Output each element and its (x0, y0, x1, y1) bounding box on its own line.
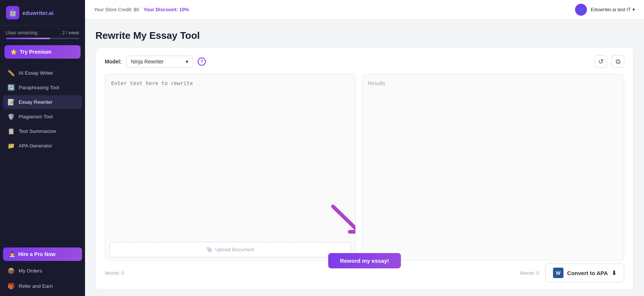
star-icon: ⭐ (10, 49, 17, 55)
logo-text: eduwriter.ai (22, 10, 53, 16)
sidebar-item-label: APA Generator (19, 143, 52, 149)
refer-icon: 🎁 (7, 283, 15, 290)
uses-bar-fill (6, 38, 50, 39)
model-row: Model: Ninja Rewriter ▾ ? ↺ ⧉ (105, 55, 624, 68)
sidebar-item-essay-rewriter[interactable]: 📝 Essay Rewriter (3, 95, 82, 109)
content-area: Rewrite My Essay Tool Model: Ninja Rewri… (85, 19, 644, 296)
try-premium-button[interactable]: ⭐ Try Premium (4, 45, 81, 59)
paraphrasing-icon: 🔄 (7, 84, 15, 91)
tool-card: Model: Ninja Rewriter ▾ ? ↺ ⧉ (95, 47, 634, 290)
results-panel: Results (362, 74, 625, 261)
sidebar-item-label: Refer and Earn (19, 283, 53, 289)
hire-pro-button[interactable]: 👨‍💼 Hire a Pro Now (3, 247, 82, 261)
sidebar-item-text-summarizer[interactable]: 📋 Text Summarizer (3, 124, 82, 138)
apa-icon: 📁 (7, 142, 15, 149)
main-editors: 📎 Upload Document Resu (105, 74, 624, 261)
right-section: Words: 0 W Convert to APA ⬇ (365, 264, 625, 282)
user-name[interactable]: Eduwriter.ai test IT ▾ (591, 7, 635, 12)
convert-apa-button[interactable]: W Convert to APA ⬇ (545, 264, 624, 282)
rewriter-icon: 📝 (7, 99, 15, 106)
page-title: Rewrite My Essay Tool (95, 30, 634, 41)
sidebar-item-ai-essay-writer[interactable]: ✏️ AI Essay Writer (3, 66, 82, 80)
discount-link[interactable]: Your Discount: 10% (144, 7, 189, 12)
upload-document-area[interactable]: 📎 Upload Document (110, 242, 351, 257)
copy-button[interactable]: ⧉ (612, 55, 624, 68)
word-icon: W (553, 268, 563, 278)
upload-icon: 📎 (206, 247, 212, 252)
editors-wrapper: 📎 Upload Document Resu (105, 74, 624, 282)
sidebar: 🤖 eduwriter.ai Uses remaining: 2 / week … (0, 0, 85, 296)
reword-button[interactable]: Reword my essay! (328, 253, 401, 268)
sidebar-item-refer-and-earn[interactable]: 🎁 Refer and Earn (3, 279, 82, 293)
bottom-row: Words: 0 Reword my essay! Words: 0 W Con… (105, 261, 624, 282)
sidebar-logo: 🤖 eduwriter.ai (0, 0, 85, 26)
sidebar-item-label: My Orders (19, 268, 42, 274)
input-textarea[interactable] (105, 74, 355, 239)
refresh-button[interactable]: ↺ (594, 55, 607, 68)
results-placeholder: Results (368, 80, 618, 86)
sidebar-item-label: Paraphrasing Tool (19, 85, 59, 90)
store-credit: Your Store Credit: $0 (94, 7, 139, 12)
sidebar-bottom: 👨‍💼 Hire a Pro Now 📦 My Orders 🎁 Refer a… (0, 244, 85, 296)
chevron-down-icon: ▾ (186, 59, 188, 65)
orders-icon: 📦 (7, 267, 15, 274)
logo-icon: 🤖 (6, 6, 19, 19)
sidebar-item-label: Text Summarizer (19, 128, 56, 134)
model-selected-value: Ninja Rewriter (131, 59, 164, 65)
sidebar-item-label: AI Essay Writer (19, 70, 53, 76)
topbar-right: 👤 Eduwriter.ai test IT ▾ (575, 4, 635, 16)
topbar-left: Your Store Credit: $0 Your Discount: 10% (94, 7, 189, 12)
summarizer-icon: 📋 (7, 128, 15, 135)
copy-icon: ⧉ (616, 58, 621, 66)
convert-apa-label: Convert to APA (567, 270, 608, 276)
refresh-icon: ↺ (598, 57, 604, 66)
sidebar-nav: ✏️ AI Essay Writer 🔄 Paraphrasing Tool 📝… (0, 63, 85, 244)
model-label: Model: (105, 59, 122, 65)
sidebar-item-label: Plagiarism Tool (19, 114, 53, 119)
uses-section: Uses remaining: 2 / week (0, 26, 85, 44)
main-area: Your Store Credit: $0 Your Discount: 10%… (85, 0, 644, 296)
uses-label: Uses remaining: 2 / week (6, 30, 79, 35)
sidebar-item-paraphrasing-tool[interactable]: 🔄 Paraphrasing Tool (3, 81, 82, 94)
word-count-left: Words: 0 (105, 270, 365, 276)
download-icon: ⬇ (612, 269, 616, 277)
model-select-dropdown[interactable]: Ninja Rewriter ▾ (126, 56, 193, 68)
chevron-down-icon: ▾ (632, 7, 635, 12)
plagiarism-icon: 🛡️ (7, 113, 15, 120)
sidebar-item-plagiarism-tool[interactable]: 🛡️ Plagiarism Tool (3, 110, 82, 124)
upload-label: Upload Document (215, 247, 254, 252)
sidebar-item-label: Essay Rewriter (19, 99, 53, 105)
toolbar-right: ↺ ⧉ (594, 55, 624, 68)
avatar: 👤 (575, 4, 587, 16)
hire-pro-icon: 👨‍💼 (9, 251, 15, 257)
help-icon[interactable]: ? (198, 57, 206, 66)
sidebar-item-apa-generator[interactable]: 📁 APA Generator (3, 139, 82, 153)
uses-bar (6, 38, 79, 39)
essay-writer-icon: ✏️ (7, 69, 15, 77)
word-count-right: Words: 0 (520, 270, 539, 276)
topbar: Your Store Credit: $0 Your Discount: 10%… (85, 0, 644, 19)
input-panel: 📎 Upload Document (105, 74, 356, 261)
sidebar-item-my-orders[interactable]: 📦 My Orders (3, 264, 82, 278)
